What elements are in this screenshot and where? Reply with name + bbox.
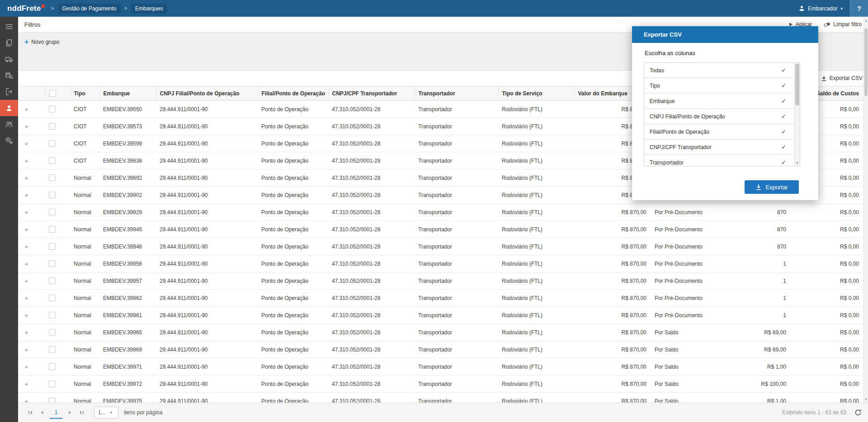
cell-valor-embarque: R$ 870,00 [574, 272, 651, 290]
row-checkbox[interactable] [49, 295, 56, 301]
export-csv-link[interactable]: Exportar CSV [821, 75, 863, 81]
scrollbar-thumb[interactable] [864, 28, 868, 96]
modal-column-option[interactable]: CNPJ/CPF Transportador ✓ [644, 140, 800, 155]
table-row[interactable]: + Normal EMBDEV.39969 29.444.911/0001-90… [18, 341, 863, 358]
scroll-down-icon[interactable]: ▾ [864, 396, 868, 402]
row-checkbox[interactable] [49, 140, 56, 147]
modal-column-option[interactable]: Embarque ✓ [644, 94, 800, 109]
previous-page-button[interactable] [36, 407, 48, 418]
row-checkbox[interactable] [49, 398, 56, 403]
modal-scrollbar-thumb[interactable] [795, 64, 799, 105]
expand-row-icon[interactable]: + [24, 140, 28, 147]
table-row[interactable]: + Normal EMBDEV.39946 29.444.911/0001-90… [18, 238, 863, 255]
sidebar-item-settings[interactable] [0, 132, 18, 149]
expand-row-icon[interactable]: + [24, 380, 28, 388]
last-page-button[interactable] [76, 407, 88, 418]
sidebar-item-user[interactable] [0, 100, 18, 116]
export-button[interactable]: Exportar [745, 180, 799, 194]
col-tipo[interactable]: Tipo [70, 86, 99, 101]
row-checkbox[interactable] [49, 346, 56, 353]
row-checkbox[interactable] [49, 380, 56, 387]
row-checkbox[interactable] [49, 157, 56, 164]
table-row[interactable]: + Normal EMBDEV.39961 29.444.911/0001-90… [18, 307, 863, 324]
row-checkbox[interactable] [49, 277, 56, 284]
cell-cnpj-transportador: 47.310.052/0001-28 [328, 255, 415, 272]
expand-row-icon[interactable]: + [24, 277, 28, 285]
row-checkbox[interactable] [49, 174, 56, 181]
table-row[interactable]: + Normal EMBDEV.39975 29.444.911/0001-90… [18, 393, 863, 403]
expand-row-icon[interactable]: + [24, 311, 28, 319]
vertical-scrollbar[interactable]: ▴ ▾ [863, 17, 868, 403]
expand-row-icon[interactable]: + [24, 243, 28, 250]
row-checkbox[interactable] [49, 260, 56, 267]
row-checkbox[interactable] [49, 363, 56, 370]
cell-tipo: Normal [70, 324, 99, 341]
first-page-button[interactable] [24, 407, 36, 418]
expand-row-icon[interactable]: + [24, 397, 28, 403]
next-page-button[interactable] [64, 407, 76, 418]
col-cnpj-filial[interactable]: CNPJ Filial/Ponto de Operação [156, 86, 258, 101]
modal-list-scrollbar[interactable]: ▾ [794, 63, 800, 166]
row-checkbox[interactable] [49, 243, 56, 250]
select-all-checkbox[interactable] [49, 90, 56, 97]
sidebar-item-users[interactable] [0, 116, 18, 132]
col-cnpj-transportador[interactable]: CNPJ/CPF Transportador [328, 86, 415, 101]
table-row[interactable]: + Normal EMBDEV.39929 29.444.911/0001-90… [18, 204, 863, 221]
col-select-all[interactable] [45, 86, 70, 101]
sidebar-item-package-search[interactable] [0, 67, 18, 84]
clear-filter-button[interactable]: Limpar filtro [824, 21, 862, 28]
table-row[interactable]: + Normal EMBDEV.39962 29.444.911/0001-90… [18, 290, 863, 307]
expand-row-icon[interactable]: + [24, 294, 28, 302]
row-checkbox[interactable] [49, 226, 56, 233]
user-menu[interactable]: Embarcador ▾ [792, 0, 850, 17]
refresh-icon[interactable] [854, 409, 862, 416]
sidebar-item-logout[interactable] [0, 84, 18, 100]
row-checkbox[interactable] [49, 123, 56, 130]
expand-row-icon[interactable]: + [24, 191, 28, 199]
sidebar-item-documents[interactable] [0, 35, 18, 51]
breadcrumb-gestao-pagamento[interactable]: Gestão de Pagamento [57, 4, 121, 14]
scroll-down-icon[interactable]: ▾ [795, 159, 800, 166]
col-tipo-servico[interactable]: Tipo de Serviço [498, 86, 574, 101]
table-row[interactable]: + Normal EMBDEV.39971 29.444.911/0001-90… [18, 358, 863, 375]
expand-row-icon[interactable]: + [24, 122, 28, 130]
expand-row-icon[interactable]: + [24, 208, 28, 216]
row-checkbox[interactable] [49, 192, 56, 198]
expand-row-icon[interactable]: + [24, 346, 28, 353]
table-row[interactable]: + Normal EMBDEV.39972 29.444.911/0001-90… [18, 375, 863, 393]
modal-column-option[interactable]: Transportador ✓ [644, 155, 800, 166]
current-page-button[interactable]: 1 [50, 407, 62, 419]
col-transportador[interactable]: Transportador [415, 86, 498, 101]
cell-embarque: EMBDEV.39962 [99, 290, 156, 307]
table-row[interactable]: + Normal EMBDEV.39965 29.444.911/0001-90… [18, 324, 863, 341]
sidebar-item-transport[interactable] [0, 51, 18, 67]
table-row[interactable]: + Normal EMBDEV.39956 29.444.911/0001-90… [18, 255, 863, 272]
expand-row-icon[interactable]: + [24, 225, 28, 233]
sidebar-menu-toggle[interactable] [0, 19, 18, 35]
expand-row-icon[interactable]: + [24, 363, 28, 370]
col-filial[interactable]: Filial/Ponto de Operação [258, 86, 328, 101]
scroll-up-icon[interactable]: ▴ [864, 18, 868, 23]
help-button[interactable]: ? [850, 0, 868, 17]
modal-column-option[interactable]: Todas ✓ [644, 63, 800, 78]
expand-row-icon[interactable]: + [24, 105, 28, 113]
col-embarque[interactable]: Embarque [99, 86, 156, 101]
app-logo[interactable]: nddFrete [7, 4, 45, 13]
table-row[interactable]: + Normal EMBDEV.39945 29.444.911/0001-90… [18, 221, 863, 238]
expand-row-icon[interactable]: + [24, 174, 28, 182]
expand-row-icon[interactable]: + [24, 328, 28, 336]
new-group-button[interactable]: + Novo grupo [24, 38, 59, 46]
modal-column-option[interactable]: CNPJ Filial/Ponto de Operação ✓ [644, 109, 800, 124]
modal-column-option[interactable]: Filial/Ponto de Operação ✓ [644, 124, 800, 140]
row-checkbox[interactable] [49, 312, 56, 319]
expand-row-icon[interactable]: + [24, 157, 28, 164]
row-checkbox[interactable] [49, 106, 56, 113]
modal-column-option[interactable]: Tipo ✓ [644, 78, 800, 94]
row-checkbox[interactable] [49, 329, 56, 336]
cell-filial: Ponto de Operação [258, 118, 328, 135]
page-size-select[interactable]: 1... ▾ [94, 407, 118, 418]
row-checkbox[interactable] [49, 209, 56, 216]
table-row[interactable]: + Normal EMBDEV.39957 29.444.911/0001-90… [18, 272, 863, 290]
expand-row-icon[interactable]: + [24, 260, 28, 267]
breadcrumb-embarques[interactable]: Embarques [131, 4, 167, 14]
